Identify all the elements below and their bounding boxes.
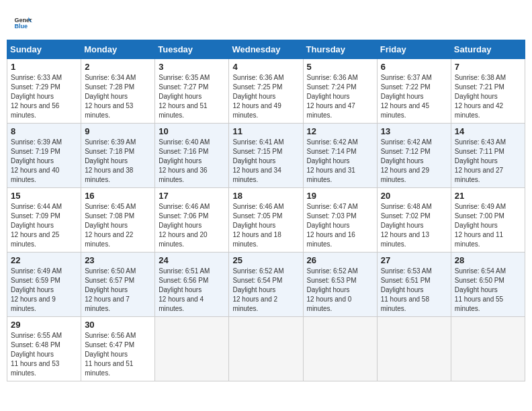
calendar-cell: 1Sunrise: 6:33 AMSunset: 7:29 PMDaylight… bbox=[7, 59, 81, 124]
calendar-row-1: 1Sunrise: 6:33 AMSunset: 7:29 PMDaylight… bbox=[7, 59, 525, 124]
cell-content: Sunrise: 6:39 AMSunset: 7:19 PMDaylight … bbox=[11, 138, 77, 185]
calendar-cell: 11Sunrise: 6:41 AMSunset: 7:15 PMDayligh… bbox=[229, 124, 303, 188]
calendar-cell: 30Sunrise: 6:56 AMSunset: 6:47 PMDayligh… bbox=[81, 317, 155, 381]
cell-content: Sunrise: 6:36 AMSunset: 7:25 PMDaylight … bbox=[232, 73, 299, 120]
calendar-cell: 3Sunrise: 6:35 AMSunset: 7:27 PMDaylight… bbox=[155, 59, 229, 124]
cell-content: Sunrise: 6:49 AMSunset: 6:59 PMDaylight … bbox=[11, 267, 77, 314]
svg-text:Blue: Blue bbox=[14, 23, 28, 30]
calendar-cell bbox=[451, 317, 525, 381]
calendar-cell: 21Sunrise: 6:49 AMSunset: 7:00 PMDayligh… bbox=[451, 188, 525, 253]
calendar-header-row: SundayMondayTuesdayWednesdayThursdayFrid… bbox=[7, 40, 525, 59]
cell-content: Sunrise: 6:45 AMSunset: 7:08 PMDaylight … bbox=[85, 202, 151, 249]
day-number: 22 bbox=[11, 255, 77, 265]
cell-content: Sunrise: 6:35 AMSunset: 7:27 PMDaylight … bbox=[159, 73, 225, 120]
cell-content: Sunrise: 6:37 AMSunset: 7:22 PMDaylight … bbox=[381, 73, 447, 120]
day-number: 7 bbox=[455, 62, 521, 72]
day-number: 28 bbox=[455, 255, 521, 265]
cell-content: Sunrise: 6:50 AMSunset: 6:57 PMDaylight … bbox=[85, 267, 151, 314]
logo: General Blue bbox=[13, 13, 35, 32]
calendar-cell: 7Sunrise: 6:38 AMSunset: 7:21 PMDaylight… bbox=[451, 59, 525, 124]
day-number: 14 bbox=[455, 126, 521, 136]
day-number: 11 bbox=[232, 126, 299, 136]
cell-content: Sunrise: 6:41 AMSunset: 7:15 PMDaylight … bbox=[232, 138, 299, 185]
day-number: 29 bbox=[11, 320, 77, 330]
calendar-cell: 15Sunrise: 6:44 AMSunset: 7:09 PMDayligh… bbox=[7, 188, 81, 253]
calendar-cell: 9Sunrise: 6:39 AMSunset: 7:18 PMDaylight… bbox=[81, 124, 155, 188]
day-number: 2 bbox=[85, 62, 151, 72]
cell-content: Sunrise: 6:52 AMSunset: 6:54 PMDaylight … bbox=[232, 267, 299, 314]
calendar-cell: 18Sunrise: 6:46 AMSunset: 7:05 PMDayligh… bbox=[229, 188, 303, 253]
cell-content: Sunrise: 6:47 AMSunset: 7:03 PMDaylight … bbox=[307, 202, 373, 249]
cell-content: Sunrise: 6:46 AMSunset: 7:05 PMDaylight … bbox=[232, 202, 299, 249]
cell-content: Sunrise: 6:44 AMSunset: 7:09 PMDaylight … bbox=[11, 202, 77, 249]
calendar-cell: 28Sunrise: 6:54 AMSunset: 6:50 PMDayligh… bbox=[451, 253, 525, 317]
day-number: 27 bbox=[381, 255, 447, 265]
page-header: General Blue bbox=[7, 7, 525, 36]
calendar-cell: 6Sunrise: 6:37 AMSunset: 7:22 PMDaylight… bbox=[377, 59, 451, 124]
day-number: 5 bbox=[307, 62, 373, 72]
weekday-header-sunday: Sunday bbox=[7, 40, 81, 59]
calendar-cell: 26Sunrise: 6:52 AMSunset: 6:53 PMDayligh… bbox=[303, 253, 377, 317]
calendar-cell: 14Sunrise: 6:43 AMSunset: 7:11 PMDayligh… bbox=[451, 124, 525, 188]
calendar-cell: 5Sunrise: 6:36 AMSunset: 7:24 PMDaylight… bbox=[303, 59, 377, 124]
calendar-row-2: 8Sunrise: 6:39 AMSunset: 7:19 PMDaylight… bbox=[7, 124, 525, 188]
calendar-cell bbox=[155, 317, 229, 381]
day-number: 1 bbox=[11, 62, 77, 72]
cell-content: Sunrise: 6:53 AMSunset: 6:51 PMDaylight … bbox=[381, 267, 447, 314]
day-number: 26 bbox=[307, 255, 373, 265]
calendar-row-5: 29Sunrise: 6:55 AMSunset: 6:48 PMDayligh… bbox=[7, 317, 525, 381]
cell-content: Sunrise: 6:55 AMSunset: 6:48 PMDaylight … bbox=[11, 331, 77, 378]
cell-content: Sunrise: 6:49 AMSunset: 7:00 PMDaylight … bbox=[455, 202, 521, 249]
calendar-cell: 20Sunrise: 6:48 AMSunset: 7:02 PMDayligh… bbox=[377, 188, 451, 253]
cell-content: Sunrise: 6:42 AMSunset: 7:14 PMDaylight … bbox=[307, 138, 373, 185]
cell-content: Sunrise: 6:39 AMSunset: 7:18 PMDaylight … bbox=[85, 138, 151, 185]
weekday-header-friday: Friday bbox=[377, 40, 451, 59]
day-number: 6 bbox=[381, 62, 447, 72]
cell-content: Sunrise: 6:43 AMSunset: 7:11 PMDaylight … bbox=[455, 138, 521, 185]
day-number: 10 bbox=[159, 126, 225, 136]
day-number: 15 bbox=[11, 191, 77, 201]
day-number: 4 bbox=[232, 62, 299, 72]
calendar-cell: 27Sunrise: 6:53 AMSunset: 6:51 PMDayligh… bbox=[377, 253, 451, 317]
calendar-cell: 13Sunrise: 6:42 AMSunset: 7:12 PMDayligh… bbox=[377, 124, 451, 188]
day-number: 13 bbox=[381, 126, 447, 136]
calendar-cell: 17Sunrise: 6:46 AMSunset: 7:06 PMDayligh… bbox=[155, 188, 229, 253]
calendar-cell: 2Sunrise: 6:34 AMSunset: 7:28 PMDaylight… bbox=[81, 59, 155, 124]
day-number: 8 bbox=[11, 126, 77, 136]
day-number: 9 bbox=[85, 126, 151, 136]
cell-content: Sunrise: 6:52 AMSunset: 6:53 PMDaylight … bbox=[307, 267, 373, 314]
day-number: 21 bbox=[455, 191, 521, 201]
day-number: 17 bbox=[159, 191, 225, 201]
day-number: 12 bbox=[307, 126, 373, 136]
weekday-header-wednesday: Wednesday bbox=[229, 40, 303, 59]
day-number: 16 bbox=[85, 191, 151, 201]
day-number: 20 bbox=[381, 191, 447, 201]
cell-content: Sunrise: 6:48 AMSunset: 7:02 PMDaylight … bbox=[381, 202, 447, 249]
calendar-cell: 22Sunrise: 6:49 AMSunset: 6:59 PMDayligh… bbox=[7, 253, 81, 317]
cell-content: Sunrise: 6:51 AMSunset: 6:56 PMDaylight … bbox=[159, 267, 225, 314]
calendar-cell bbox=[303, 317, 377, 381]
day-number: 19 bbox=[307, 191, 373, 201]
calendar-cell: 29Sunrise: 6:55 AMSunset: 6:48 PMDayligh… bbox=[7, 317, 81, 381]
logo-icon: General Blue bbox=[13, 13, 32, 32]
day-number: 23 bbox=[85, 255, 151, 265]
cell-content: Sunrise: 6:40 AMSunset: 7:16 PMDaylight … bbox=[159, 138, 225, 185]
cell-content: Sunrise: 6:33 AMSunset: 7:29 PMDaylight … bbox=[11, 73, 77, 120]
weekday-header-tuesday: Tuesday bbox=[155, 40, 229, 59]
cell-content: Sunrise: 6:46 AMSunset: 7:06 PMDaylight … bbox=[159, 202, 225, 249]
calendar-cell: 8Sunrise: 6:39 AMSunset: 7:19 PMDaylight… bbox=[7, 124, 81, 188]
calendar-cell: 16Sunrise: 6:45 AMSunset: 7:08 PMDayligh… bbox=[81, 188, 155, 253]
day-number: 3 bbox=[159, 62, 225, 72]
cell-content: Sunrise: 6:38 AMSunset: 7:21 PMDaylight … bbox=[455, 73, 521, 120]
calendar-cell: 10Sunrise: 6:40 AMSunset: 7:16 PMDayligh… bbox=[155, 124, 229, 188]
calendar-cell bbox=[229, 317, 303, 381]
calendar-table: SundayMondayTuesdayWednesdayThursdayFrid… bbox=[7, 40, 525, 381]
cell-content: Sunrise: 6:42 AMSunset: 7:12 PMDaylight … bbox=[381, 138, 447, 185]
calendar-cell: 24Sunrise: 6:51 AMSunset: 6:56 PMDayligh… bbox=[155, 253, 229, 317]
weekday-header-thursday: Thursday bbox=[303, 40, 377, 59]
calendar-cell: 25Sunrise: 6:52 AMSunset: 6:54 PMDayligh… bbox=[229, 253, 303, 317]
calendar-cell: 12Sunrise: 6:42 AMSunset: 7:14 PMDayligh… bbox=[303, 124, 377, 188]
calendar-row-3: 15Sunrise: 6:44 AMSunset: 7:09 PMDayligh… bbox=[7, 188, 525, 253]
cell-content: Sunrise: 6:36 AMSunset: 7:24 PMDaylight … bbox=[307, 73, 373, 120]
calendar-cell: 19Sunrise: 6:47 AMSunset: 7:03 PMDayligh… bbox=[303, 188, 377, 253]
